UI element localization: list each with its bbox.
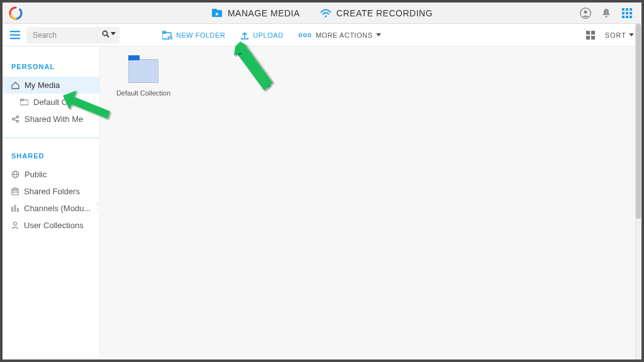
svg-rect-48 bbox=[14, 205, 16, 212]
sidebar-item-my-media[interactable]: My Media bbox=[3, 77, 99, 94]
swirl-logo-icon bbox=[9, 6, 23, 20]
svg-rect-47 bbox=[11, 207, 13, 212]
building-icon bbox=[11, 187, 19, 195]
sidebar-item-shared-with-me[interactable]: Shared With Me bbox=[3, 111, 99, 128]
svg-marker-21 bbox=[111, 32, 116, 35]
sidebar-item-label: Default Coll... bbox=[33, 97, 82, 107]
more-actions-button[interactable]: ooo MORE ACTIONS bbox=[292, 31, 388, 39]
sort-label: SORT bbox=[605, 31, 626, 39]
dots-icon: ooo bbox=[299, 31, 312, 38]
svg-rect-14 bbox=[626, 16, 628, 18]
content-area: Default Collection bbox=[100, 47, 641, 359]
svg-rect-7 bbox=[622, 8, 625, 11]
sidebar: PERSONAL My Media Default Coll... Shared… bbox=[3, 47, 100, 359]
sidebar-item-label: Shared With Me bbox=[25, 114, 83, 124]
svg-point-6 bbox=[605, 15, 607, 17]
svg-point-50 bbox=[14, 222, 17, 226]
svg-rect-1 bbox=[212, 9, 217, 11]
scrollbar-thumb[interactable] bbox=[636, 24, 641, 219]
folder-label: Default Collection bbox=[115, 89, 172, 97]
svg-rect-30 bbox=[586, 36, 590, 40]
sidebar-item-label: User Collections bbox=[24, 221, 84, 230]
svg-rect-18 bbox=[10, 38, 20, 39]
svg-rect-29 bbox=[591, 31, 595, 35]
svg-line-39 bbox=[14, 119, 16, 121]
manage-media-tab[interactable]: MANAGE MEDIA bbox=[211, 8, 300, 18]
search-field-wrap bbox=[26, 27, 119, 43]
media-folder-icon bbox=[211, 8, 223, 18]
svg-rect-31 bbox=[591, 36, 595, 40]
wifi-icon bbox=[320, 9, 331, 18]
home-icon bbox=[11, 82, 19, 89]
svg-rect-9 bbox=[630, 8, 632, 11]
svg-rect-10 bbox=[622, 12, 625, 14]
manage-media-label: MANAGE MEDIA bbox=[228, 8, 300, 18]
sidebar-item-label: Public bbox=[25, 170, 47, 179]
svg-point-3 bbox=[325, 15, 326, 17]
svg-rect-13 bbox=[622, 16, 625, 18]
new-folder-label: NEW FOLDER bbox=[176, 31, 225, 39]
svg-point-5 bbox=[584, 10, 587, 13]
sidebar-item-shared-folders[interactable]: Shared Folders bbox=[3, 183, 99, 200]
sidebar-item-channels[interactable]: Channels (Modu... bbox=[3, 200, 99, 217]
chevron-down-icon bbox=[111, 32, 116, 36]
upload-button[interactable]: UPLOAD bbox=[234, 31, 289, 40]
app-logo bbox=[9, 6, 23, 20]
upload-icon bbox=[240, 31, 249, 40]
upload-label: UPLOAD bbox=[253, 31, 283, 39]
new-folder-icon bbox=[162, 31, 172, 40]
svg-rect-11 bbox=[626, 12, 628, 14]
hamburger-menu-icon[interactable] bbox=[10, 31, 20, 40]
user-avatar-icon[interactable] bbox=[580, 8, 591, 19]
svg-marker-32 bbox=[629, 33, 634, 36]
sort-button[interactable]: SORT bbox=[605, 31, 634, 39]
svg-point-35 bbox=[12, 118, 14, 120]
sidebar-item-default-collection[interactable]: Default Coll... bbox=[3, 94, 99, 111]
svg-marker-46 bbox=[12, 188, 18, 190]
create-recording-label: CREATE RECORDING bbox=[336, 8, 433, 18]
topbar: MANAGE MEDIA CREATE RECORDING bbox=[3, 3, 641, 24]
grid-apps-icon[interactable] bbox=[621, 8, 633, 19]
globe-icon bbox=[11, 170, 19, 178]
more-actions-label: MORE ACTIONS bbox=[316, 31, 372, 39]
svg-line-38 bbox=[14, 118, 16, 119]
channels-icon bbox=[11, 204, 19, 212]
folder-icon bbox=[128, 59, 158, 83]
folder-icon bbox=[20, 99, 28, 106]
chevron-down-icon bbox=[629, 33, 634, 37]
sidebar-shared-title: SHARED bbox=[3, 152, 99, 166]
sidebar-item-public[interactable]: Public bbox=[3, 166, 99, 183]
chevron-down-icon bbox=[376, 33, 381, 37]
svg-marker-27 bbox=[376, 33, 381, 36]
svg-line-20 bbox=[107, 35, 109, 37]
body: PERSONAL My Media Default Coll... Shared… bbox=[3, 47, 641, 359]
svg-rect-28 bbox=[586, 31, 590, 35]
svg-rect-49 bbox=[17, 208, 19, 212]
sidebar-item-user-collections[interactable]: User Collections bbox=[3, 217, 99, 234]
svg-rect-8 bbox=[626, 8, 628, 11]
toolbar: NEW FOLDER UPLOAD ooo MORE ACTIONS SORT bbox=[3, 24, 641, 47]
sidebar-personal-title: PERSONAL bbox=[3, 63, 99, 77]
search-icon[interactable] bbox=[102, 30, 116, 38]
sidebar-item-label: Shared Folders bbox=[24, 187, 80, 196]
sidebar-divider bbox=[3, 138, 99, 138]
svg-point-37 bbox=[16, 120, 18, 122]
app-window: MANAGE MEDIA CREATE RECORDING bbox=[3, 3, 641, 359]
svg-point-19 bbox=[103, 31, 107, 35]
svg-rect-12 bbox=[630, 12, 632, 14]
svg-rect-15 bbox=[630, 16, 632, 18]
svg-rect-17 bbox=[10, 34, 20, 35]
sidebar-item-label: Channels (Modu... bbox=[24, 204, 91, 213]
create-recording-tab[interactable]: CREATE RECORDING bbox=[320, 8, 433, 18]
bell-icon[interactable] bbox=[601, 8, 611, 19]
sidebar-item-label: My Media bbox=[25, 80, 60, 90]
svg-rect-16 bbox=[10, 31, 20, 32]
grid-view-icon[interactable] bbox=[586, 31, 595, 40]
share-icon bbox=[11, 115, 19, 123]
user-icon bbox=[11, 221, 19, 229]
new-folder-button[interactable]: NEW FOLDER bbox=[156, 31, 231, 40]
svg-point-36 bbox=[16, 116, 18, 118]
folder-default-collection[interactable]: Default Collection bbox=[115, 59, 172, 97]
